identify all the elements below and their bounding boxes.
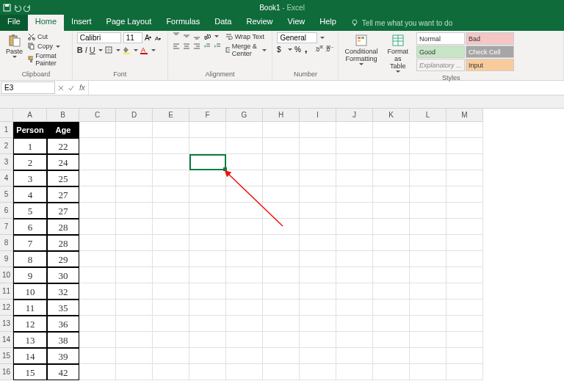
cell[interactable] — [300, 203, 336, 219]
cell[interactable] — [446, 186, 483, 203]
cell[interactable] — [79, 364, 116, 380]
cell[interactable]: 22 — [47, 138, 79, 154]
row-header[interactable]: 15 — [0, 348, 13, 364]
col-header[interactable]: F — [189, 109, 226, 122]
cell[interactable]: 28 — [47, 235, 79, 251]
cell[interactable] — [79, 348, 116, 364]
cell[interactable] — [116, 203, 153, 219]
bold-button[interactable]: B — [77, 46, 83, 54]
orientation-icon[interactable]: ab — [203, 32, 212, 40]
cell[interactable] — [446, 251, 483, 267]
cell[interactable] — [79, 332, 116, 348]
increase-indent-icon[interactable] — [214, 43, 222, 51]
cell[interactable] — [226, 235, 263, 251]
cell[interactable] — [300, 283, 336, 300]
cell[interactable] — [226, 219, 263, 235]
underline-button[interactable]: U — [90, 46, 95, 54]
cell[interactable]: 38 — [47, 332, 79, 348]
col-header[interactable]: C — [79, 109, 116, 122]
align-middle-icon[interactable] — [183, 32, 191, 40]
cell[interactable] — [226, 316, 263, 332]
cell[interactable] — [226, 348, 263, 364]
cell[interactable] — [336, 348, 373, 364]
cell[interactable] — [300, 219, 336, 235]
tab-file[interactable]: File — [0, 15, 28, 31]
cell[interactable] — [116, 251, 153, 267]
row-header[interactable]: 4 — [0, 170, 13, 186]
cell[interactable] — [336, 122, 373, 138]
font-color-icon[interactable]: A — [140, 46, 148, 54]
cell[interactable] — [410, 138, 446, 154]
col-header[interactable]: M — [446, 109, 483, 122]
cell[interactable] — [189, 348, 226, 364]
cell[interactable] — [336, 219, 373, 235]
cell[interactable] — [373, 267, 410, 283]
cell[interactable] — [336, 300, 373, 316]
cell[interactable] — [410, 219, 446, 235]
cell[interactable] — [446, 138, 483, 154]
cell[interactable] — [263, 138, 300, 154]
cell[interactable]: 11 — [13, 300, 47, 316]
cell[interactable] — [446, 348, 483, 364]
row-header[interactable]: 9 — [0, 251, 13, 267]
cell[interactable] — [189, 219, 226, 235]
cell[interactable] — [336, 154, 373, 170]
cancel-icon[interactable] — [57, 84, 65, 92]
cell[interactable] — [116, 170, 153, 186]
cell[interactable] — [373, 219, 410, 235]
comma-icon[interactable]: , — [305, 46, 313, 54]
align-top-icon[interactable] — [173, 32, 181, 40]
cell[interactable] — [226, 332, 263, 348]
col-header[interactable]: K — [373, 109, 410, 122]
row-header[interactable]: 3 — [0, 154, 13, 170]
cell[interactable] — [410, 251, 446, 267]
increase-decimal-icon[interactable]: .0←.00 — [315, 46, 323, 54]
col-header[interactable]: H — [263, 109, 300, 122]
style-bad[interactable]: Bad — [466, 32, 514, 45]
cell[interactable] — [153, 316, 189, 332]
cell[interactable] — [410, 300, 446, 316]
cell[interactable] — [300, 364, 336, 380]
cell[interactable] — [189, 154, 226, 170]
style-normal[interactable]: Normal — [416, 32, 465, 45]
cell[interactable] — [373, 154, 410, 170]
cell[interactable] — [300, 316, 336, 332]
cell[interactable] — [446, 316, 483, 332]
col-header[interactable]: A — [13, 109, 47, 122]
cell[interactable] — [373, 170, 410, 186]
cell[interactable] — [410, 348, 446, 364]
cell[interactable] — [446, 170, 483, 186]
cell[interactable] — [263, 203, 300, 219]
cell[interactable]: 8 — [13, 251, 47, 267]
cell[interactable] — [116, 316, 153, 332]
cell[interactable] — [116, 364, 153, 380]
decrease-font-icon[interactable]: A▾ — [155, 34, 163, 42]
cell[interactable] — [79, 235, 116, 251]
cell[interactable] — [189, 283, 226, 300]
cell[interactable]: 28 — [47, 219, 79, 235]
cell[interactable] — [153, 219, 189, 235]
cell[interactable]: 7 — [13, 235, 47, 251]
cell[interactable]: 9 — [13, 267, 47, 283]
tab-review[interactable]: Review — [239, 15, 280, 31]
cell[interactable] — [79, 283, 116, 300]
cell[interactable] — [373, 316, 410, 332]
row-header[interactable]: 10 — [0, 267, 13, 283]
formula-input[interactable] — [88, 81, 564, 95]
col-header[interactable]: B — [47, 109, 79, 122]
copy-button[interactable]: Copy — [27, 42, 68, 51]
cell[interactable] — [446, 364, 483, 380]
cell[interactable] — [300, 235, 336, 251]
cell[interactable] — [410, 267, 446, 283]
cell[interactable] — [446, 283, 483, 300]
cell[interactable] — [226, 364, 263, 380]
col-header[interactable]: J — [336, 109, 373, 122]
cell[interactable] — [189, 364, 226, 380]
cell[interactable] — [79, 122, 116, 138]
align-center-icon[interactable] — [183, 43, 191, 51]
cell[interactable] — [263, 154, 300, 170]
redo-icon[interactable] — [24, 4, 32, 12]
col-header[interactable]: D — [116, 109, 153, 122]
font-name-input[interactable] — [77, 32, 121, 43]
row-header[interactable]: 16 — [0, 364, 13, 380]
